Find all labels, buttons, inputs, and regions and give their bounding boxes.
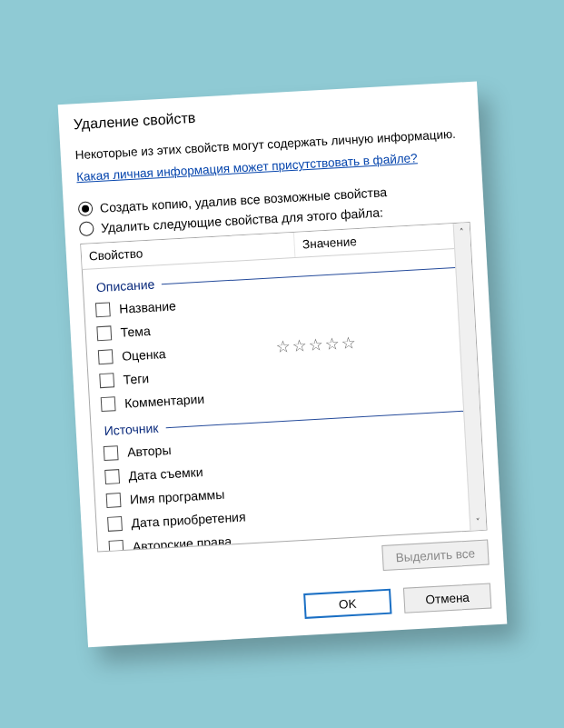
properties-list: Свойство Значение ОписаниеНазваниеТемаОц… [80, 222, 487, 552]
select-all-button[interactable]: Выделить все [381, 539, 489, 571]
cancel-button[interactable]: Отмена [402, 583, 490, 613]
group-label: Описание [95, 276, 154, 294]
property-name: Теги [123, 364, 278, 386]
property-value [282, 456, 477, 467]
property-value [273, 289, 468, 300]
property-value [286, 527, 480, 538]
checkbox[interactable] [96, 325, 112, 341]
property-name: Авторы [126, 436, 282, 459]
property-name: Имя программы [129, 484, 284, 506]
scroll-up-icon[interactable]: ˄ [453, 223, 470, 240]
checkbox[interactable] [94, 302, 110, 317]
property-name: Комментарии [124, 387, 279, 410]
property-value [283, 480, 478, 491]
checkbox[interactable] [100, 396, 115, 412]
property-value [285, 504, 480, 514]
property-name: Название [118, 293, 273, 315]
checkbox[interactable] [108, 540, 124, 552]
property-name: Авторские права [132, 531, 287, 552]
property-name: Дата приобретения [131, 507, 286, 530]
checkbox[interactable] [97, 349, 113, 364]
checkbox[interactable] [99, 373, 114, 388]
radio-icon [77, 201, 93, 216]
property-value [274, 313, 469, 324]
property-value [277, 360, 471, 371]
group-label: Источник [104, 420, 159, 437]
remove-properties-dialog: Удаление свойств Некоторые из этих свойс… [57, 81, 507, 647]
radio-icon [78, 221, 94, 236]
checkbox[interactable] [105, 493, 121, 508]
property-value [278, 384, 472, 394]
dialog-title: Удаление свойств [73, 95, 463, 133]
checkbox[interactable] [104, 469, 120, 484]
property-name: Дата съемки [128, 460, 283, 483]
checkbox[interactable] [103, 445, 118, 461]
checkbox[interactable] [107, 516, 123, 532]
property-value [281, 433, 475, 444]
list-body: ОписаниеНазваниеТемаОценка☆☆☆☆☆ТегиКомме… [82, 248, 486, 551]
scroll-down-icon[interactable]: ˅ [470, 513, 486, 530]
property-name: Оценка [121, 340, 276, 363]
ok-button[interactable]: OK [303, 588, 391, 618]
property-name: Тема [120, 316, 275, 339]
